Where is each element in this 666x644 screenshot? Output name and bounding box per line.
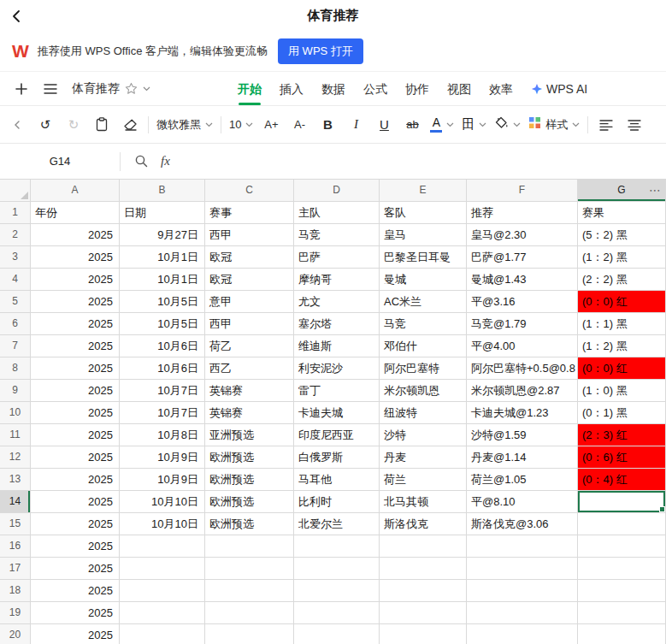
row-header-16[interactable]: 16 <box>0 535 31 558</box>
cell-B1[interactable]: 日期 <box>120 202 205 224</box>
tab-开始[interactable]: 开始 <box>238 72 262 106</box>
paste-icon[interactable] <box>91 112 112 138</box>
formula-input[interactable] <box>170 144 666 179</box>
cell-B12[interactable]: 10月9日 <box>120 446 205 469</box>
column-header-E[interactable]: E <box>380 180 467 202</box>
increase-font-button[interactable]: A+ <box>261 112 281 138</box>
font-family-dropdown[interactable]: 微软雅黑 <box>156 117 213 133</box>
cell-F4[interactable]: 曼城@1.43 <box>467 269 578 291</box>
back-icon[interactable] <box>9 8 26 25</box>
row-header-7[interactable]: 7 <box>0 335 31 357</box>
undo-button[interactable]: ↺ <box>35 112 56 138</box>
cell-G6[interactable]: (1：1) 黑 <box>578 313 666 335</box>
cell-F2[interactable]: 皇马@2.30 <box>467 224 578 246</box>
cell-D15[interactable]: 北爱尔兰 <box>294 513 380 535</box>
cell-B9[interactable]: 10月7日 <box>120 380 205 402</box>
cell-A11[interactable]: 2025 <box>31 424 120 446</box>
cell-D12[interactable]: 白俄罗斯 <box>294 446 380 469</box>
cell-E9[interactable]: 米尔顿凯恩 <box>380 380 467 402</box>
cell-D8[interactable]: 利安泥沙 <box>294 357 380 380</box>
cell-B16[interactable] <box>120 535 205 558</box>
cell-E4[interactable]: 曼城 <box>380 269 467 291</box>
cell-F5[interactable]: 平@3.16 <box>467 291 578 313</box>
row-header-12[interactable]: 12 <box>0 446 31 469</box>
cell-A20[interactable]: 2025 <box>31 624 120 644</box>
cell-B2[interactable]: 9月27日 <box>120 224 205 246</box>
cell-D5[interactable]: 尤文 <box>294 291 380 313</box>
cell-C9[interactable]: 英锦赛 <box>205 380 294 402</box>
cell-G2[interactable]: (5：2) 黑 <box>578 224 666 246</box>
cell-A18[interactable]: 2025 <box>31 580 120 602</box>
cell-F12[interactable]: 丹麦@1.14 <box>467 446 578 469</box>
row-header-2[interactable]: 2 <box>0 224 31 246</box>
cell-E5[interactable]: AC米兰 <box>380 291 467 313</box>
cell-A6[interactable]: 2025 <box>31 313 120 335</box>
cell-A3[interactable]: 2025 <box>31 246 120 269</box>
cell-E12[interactable]: 丹麦 <box>380 446 467 469</box>
cell-A5[interactable]: 2025 <box>31 291 120 313</box>
cell-D9[interactable]: 雷丁 <box>294 380 380 402</box>
cell-A13[interactable]: 2025 <box>31 469 120 491</box>
cell-F15[interactable]: 斯洛伐克@3.06 <box>467 513 578 535</box>
chevron-down-icon[interactable] <box>143 86 150 92</box>
cell-A9[interactable]: 2025 <box>31 380 120 402</box>
cell-B20[interactable] <box>120 624 205 644</box>
cell-C20[interactable] <box>205 624 294 644</box>
cell-G4[interactable]: (2：2) 黑 <box>578 269 666 291</box>
cell-D2[interactable]: 马竞 <box>294 224 380 246</box>
cell-D11[interactable]: 印度尼西亚 <box>294 424 380 446</box>
cell-G14[interactable] <box>578 491 666 513</box>
cell-G15[interactable] <box>578 513 666 535</box>
cell-B13[interactable]: 10月9日 <box>120 469 205 491</box>
cell-E1[interactable]: 客队 <box>380 202 467 224</box>
cell-G9[interactable]: (1：0) 黑 <box>578 380 666 402</box>
cell-G1[interactable]: 赛果 <box>578 202 666 224</box>
eraser-icon[interactable] <box>120 112 140 138</box>
cell-G5[interactable]: (0：0) 红 <box>578 291 666 313</box>
cell-F14[interactable]: 平@8.10 <box>467 491 578 513</box>
cell-C5[interactable]: 意甲 <box>205 291 294 313</box>
cell-E6[interactable]: 马竞 <box>380 313 467 335</box>
fill-color-dropdown[interactable] <box>494 116 521 133</box>
cell-F18[interactable] <box>467 580 578 602</box>
cell-F13[interactable]: 荷兰@1.05 <box>467 469 578 491</box>
row-header-18[interactable]: 18 <box>0 580 31 602</box>
cell-F3[interactable]: 巴萨@1.77 <box>467 246 578 269</box>
decrease-font-button[interactable]: A- <box>289 112 309 138</box>
row-header-17[interactable]: 17 <box>0 558 31 580</box>
cell-F17[interactable] <box>467 558 578 580</box>
column-header-D[interactable]: D <box>294 180 380 202</box>
cell-B19[interactable] <box>120 602 205 624</box>
column-header-A[interactable]: A <box>31 180 120 202</box>
cell-G3[interactable]: (1：2) 黑 <box>578 246 666 269</box>
cell-D16[interactable] <box>294 535 380 558</box>
cell-E20[interactable] <box>380 624 467 644</box>
cell-E17[interactable] <box>380 558 467 580</box>
row-header-3[interactable]: 3 <box>0 246 31 269</box>
cell-A17[interactable]: 2025 <box>31 558 120 580</box>
row-header-8[interactable]: 8 <box>0 357 31 380</box>
cell-B7[interactable]: 10月6日 <box>120 335 205 357</box>
cell-F1[interactable]: 推荐 <box>467 202 578 224</box>
row-header-4[interactable]: 4 <box>0 269 31 291</box>
cell-A7[interactable]: 2025 <box>31 335 120 357</box>
cell-C7[interactable]: 荷乙 <box>205 335 294 357</box>
cell-C2[interactable]: 西甲 <box>205 224 294 246</box>
redo-button[interactable]: ↻ <box>63 112 84 138</box>
italic-button[interactable]: I <box>345 112 366 138</box>
underline-button[interactable]: U <box>374 112 394 138</box>
column-header-F[interactable]: F <box>467 180 578 202</box>
favorite-star-icon[interactable] <box>125 82 138 95</box>
cell-F6[interactable]: 马竞@1.79 <box>467 313 578 335</box>
cell-A1[interactable]: 年份 <box>31 202 120 224</box>
collapse-toolbar-icon[interactable] <box>7 112 27 138</box>
cell-E19[interactable] <box>380 602 467 624</box>
cell-C4[interactable]: 欧冠 <box>205 269 294 291</box>
cell-C17[interactable] <box>205 558 294 580</box>
cell-A10[interactable]: 2025 <box>31 402 120 424</box>
cell-F11[interactable]: 沙特@1.59 <box>467 424 578 446</box>
cell-G13[interactable]: (0：4) 红 <box>578 469 666 491</box>
cell-A19[interactable]: 2025 <box>31 602 120 624</box>
row-header-10[interactable]: 10 <box>0 402 31 424</box>
name-box[interactable]: G14 <box>0 155 120 168</box>
